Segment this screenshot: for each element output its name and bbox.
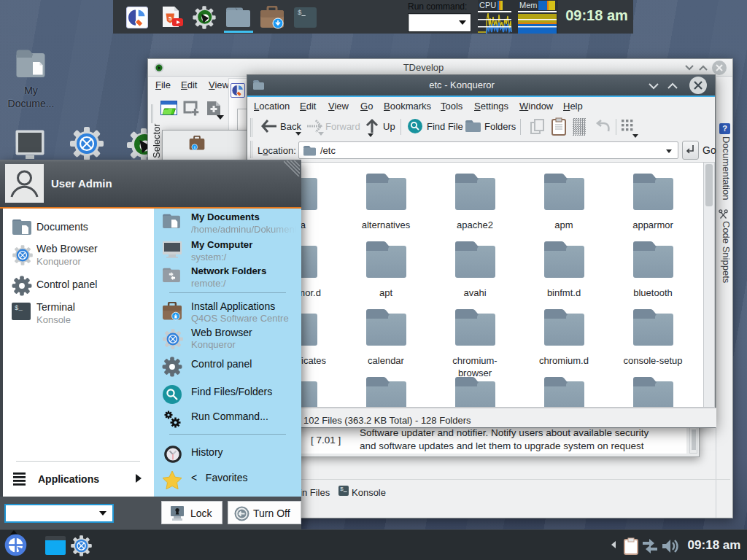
svg-text:CPU: CPU (479, 1, 496, 9)
svg-text:$_: $_ (15, 305, 23, 312)
svg-text:Mem: Mem (519, 1, 537, 9)
svg-text:5: 5 (169, 15, 172, 22)
